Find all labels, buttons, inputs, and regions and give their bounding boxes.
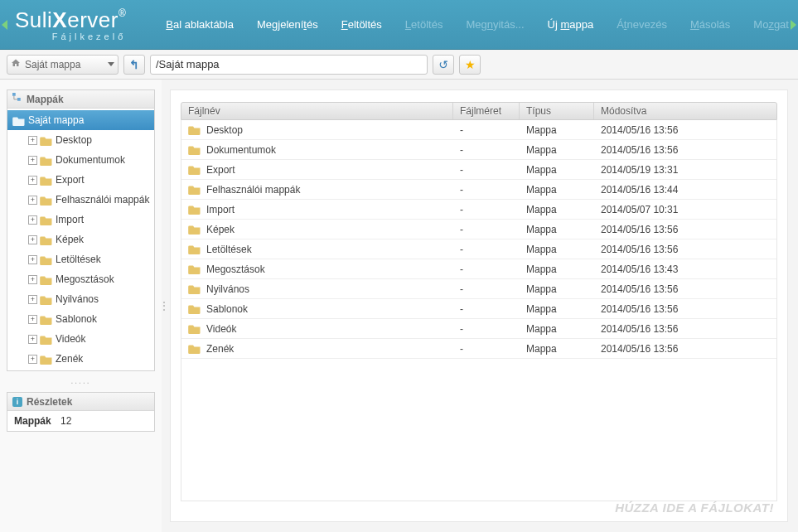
tree-item[interactable]: +Felhasználói mappák: [7, 190, 154, 210]
col-size[interactable]: Fájlméret: [453, 103, 520, 119]
splitter[interactable]: ⋮: [162, 80, 167, 532]
folder-icon: [188, 283, 201, 294]
table-row[interactable]: Sablonok-Mappa2014/05/16 13:56: [181, 299, 776, 319]
cell-modified: 2014/05/16 13:56: [594, 220, 776, 239]
tree-item[interactable]: +Dokumentumok: [7, 150, 154, 170]
toolbar: Saját mappa ↰ ↻ ★: [0, 50, 798, 80]
tree-item[interactable]: +Zenék: [7, 349, 154, 369]
tree-item-label: Sablonok: [56, 313, 97, 325]
chevron-down-icon: [108, 62, 114, 66]
tree-item-label: Képek: [56, 234, 84, 245]
expand-toggle[interactable]: +: [28, 255, 37, 264]
expand-toggle[interactable]: +: [28, 156, 37, 165]
expand-toggle[interactable]: +: [28, 335, 37, 344]
path-input[interactable]: [156, 58, 422, 70]
tree-item[interactable]: +Import: [7, 210, 154, 230]
expand-toggle[interactable]: +: [28, 176, 37, 185]
folder-icon: [188, 224, 201, 235]
col-type[interactable]: Típus: [520, 103, 594, 119]
tree-item[interactable]: +Letöltések: [7, 249, 154, 269]
tree-item-label: Letöltések: [56, 254, 101, 265]
folder-icon: [188, 264, 201, 274]
menu-item[interactable]: Feltöltés: [341, 18, 382, 31]
cell-size: -: [453, 319, 520, 338]
cell-size: -: [453, 279, 520, 298]
tree-root[interactable]: Saját mappa: [7, 110, 154, 130]
tree-item-label: Desktop: [56, 134, 92, 146]
table-row[interactable]: Import-Mappa2014/05/07 10:31: [181, 200, 776, 220]
expand-toggle[interactable]: +: [28, 355, 37, 364]
expand-toggle[interactable]: +: [28, 315, 37, 324]
cell-modified: 2014/05/16 13:56: [594, 239, 776, 259]
table-row[interactable]: Dokumentumok-Mappa2014/05/16 13:56: [181, 140, 776, 160]
col-modified[interactable]: Módosítva: [594, 103, 776, 119]
menu-item[interactable]: Bal ablaktábla: [166, 18, 234, 31]
cell-name: Képek: [181, 220, 453, 239]
expand-toggle[interactable]: +: [28, 136, 37, 145]
table-row[interactable]: Letöltések-Mappa2014/05/16 13:56: [181, 239, 776, 259]
expand-toggle[interactable]: +: [28, 295, 37, 304]
table-row[interactable]: Megosztások-Mappa2014/05/16 13:43: [181, 259, 776, 279]
tree-item[interactable]: +Nyilvános: [7, 289, 154, 309]
folders-panel: Mappák Saját mappa+Desktop+Dokumentumok+…: [7, 89, 155, 371]
details-panel: i Részletek Mappák 12: [7, 392, 155, 432]
svg-rect-1: [17, 98, 21, 101]
favorite-button[interactable]: ★: [459, 55, 481, 75]
table-row[interactable]: Képek-Mappa2014/05/16 13:56: [181, 220, 776, 239]
cell-modified: 2014/05/16 13:56: [594, 299, 776, 318]
folder-icon: [188, 184, 201, 195]
tree-item[interactable]: +Képek: [7, 230, 154, 249]
table-row[interactable]: Videók-Mappa2014/05/16 13:56: [181, 319, 776, 339]
tree-item[interactable]: +Export: [7, 170, 154, 190]
content: Fájlnév Fájlméret Típus Módosítva Deskto…: [170, 89, 788, 522]
table-row[interactable]: Export-Mappa2014/05/19 13:31: [181, 160, 776, 180]
menu-item[interactable]: Megjelenítés: [257, 18, 318, 31]
tree-item[interactable]: +Megosztások: [7, 269, 154, 289]
cell-name: Megosztások: [181, 259, 453, 278]
menu-scroll-left[interactable]: [2, 20, 7, 30]
tree-icon: [12, 93, 22, 105]
star-icon: ★: [465, 58, 476, 71]
cell-type: Mappa: [520, 339, 594, 358]
cell-size: -: [453, 120, 520, 139]
expand-toggle[interactable]: +: [28, 235, 37, 244]
cell-type: Mappa: [520, 319, 594, 338]
tree-item[interactable]: +Videók: [7, 329, 154, 349]
expand-toggle[interactable]: +: [28, 196, 37, 205]
cell-modified: 2014/05/16 13:43: [594, 259, 776, 278]
table-row[interactable]: Felhasználói mappák-Mappa2014/05/16 13:4…: [181, 180, 776, 200]
location-dropdown[interactable]: Saját mappa: [7, 55, 118, 75]
folder-icon: [40, 175, 53, 186]
tree-item[interactable]: +Sablonok: [7, 309, 154, 329]
table-row[interactable]: Nyilvános-Mappa2014/05/16 13:56: [181, 279, 776, 299]
tree-item-label: Felhasználói mappák: [56, 194, 149, 206]
cell-type: Mappa: [520, 140, 594, 159]
folder-icon: [188, 303, 201, 314]
cell-modified: 2014/05/16 13:56: [594, 339, 776, 358]
tree-item-label: Megosztások: [56, 273, 114, 285]
cell-name: Nyilvános: [181, 279, 453, 298]
cell-modified: 2014/05/19 13:31: [594, 160, 776, 179]
cell-name: Zenék: [181, 339, 453, 358]
menu-scroll-right[interactable]: [791, 20, 796, 30]
path-field[interactable]: [150, 55, 428, 75]
expand-toggle[interactable]: +: [28, 275, 37, 284]
logo-subtitle: Fájlkezelő: [15, 31, 126, 41]
table-row[interactable]: Desktop-Mappa2014/05/16 13:56: [181, 120, 776, 140]
cell-type: Mappa: [520, 120, 594, 139]
menu-item[interactable]: Új mappa: [548, 18, 594, 31]
details-body: Mappák 12: [7, 411, 154, 431]
menu-item: Letöltés: [405, 18, 443, 31]
up-button[interactable]: ↰: [123, 55, 145, 75]
table-row[interactable]: Zenék-Mappa2014/05/16 13:56: [181, 339, 776, 359]
panel-drag-handle[interactable]: .....: [7, 376, 155, 385]
folder-tree: Saját mappa+Desktop+Dokumentumok+Export+…: [7, 109, 154, 370]
menu-item: Átnevezés: [617, 18, 667, 31]
col-name[interactable]: Fájlnév: [181, 103, 453, 119]
refresh-button[interactable]: ↻: [433, 55, 454, 75]
folder-icon: [40, 294, 53, 305]
expand-toggle[interactable]: +: [28, 215, 37, 225]
folder-icon: [188, 244, 201, 254]
tree-item[interactable]: +Desktop: [7, 130, 154, 150]
cell-type: Mappa: [520, 299, 594, 318]
